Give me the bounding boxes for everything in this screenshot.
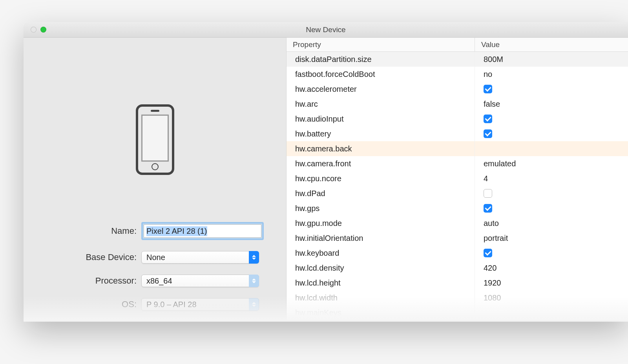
value-cell[interactable] [475,305,628,320]
property-cell: hw.cpu.ncore [287,171,475,186]
value-cell[interactable] [475,141,628,156]
device-preview [136,104,174,175]
name-label: Name: [39,226,141,236]
table-row[interactable]: hw.arcfalse [287,96,628,111]
property-cell: hw.camera.back [287,141,475,156]
property-cell: hw.gps [287,201,475,216]
property-cell: hw.lcd.density [287,260,475,275]
value-cell[interactable]: auto [475,216,628,231]
header-value[interactable]: Value [475,38,628,51]
base-device-label: Base Device: [39,252,141,262]
value-cell[interactable] [475,126,628,141]
table-row[interactable]: hw.lcd.height1920 [287,275,628,290]
titlebar: New Device [24,22,628,38]
property-cell: hw.initialOrientation [287,231,475,246]
table-row[interactable]: hw.cpu.ncore4 [287,171,628,186]
property-cell: hw.lcd.height [287,275,475,290]
table-row[interactable]: hw.mainKeys [287,305,628,320]
value-cell[interactable]: portrait [475,231,628,246]
property-cell: disk.dataPartition.size [287,52,475,67]
property-cell: fastboot.forceColdBoot [287,67,475,82]
value-cell[interactable] [475,186,628,201]
value-cell[interactable]: 1080 [475,290,628,305]
window: New Device Name: Pixel 2 API 28 (1) [24,22,628,320]
content: Name: Pixel 2 API 28 (1) Base Device: No… [24,38,628,320]
name-input[interactable]: Pixel 2 API 28 (1) [144,224,261,238]
os-value: P 9.0 – API 28 [146,300,197,309]
value-cell[interactable]: 420 [475,260,628,275]
os-row: OS: P 9.0 – API 28 [39,298,270,311]
table-row[interactable]: hw.dPad [287,186,628,201]
value-cell[interactable] [475,201,628,216]
property-cell: hw.accelerometer [287,82,475,96]
right-panel: Property Value disk.dataPartition.size80… [287,38,628,320]
name-row: Name: Pixel 2 API 28 (1) [39,222,270,240]
table-row[interactable]: hw.lcd.density420 [287,260,628,275]
value-cell[interactable]: 800M [475,52,628,67]
property-cell: hw.dPad [287,186,475,201]
checkbox[interactable] [484,115,492,123]
table-row[interactable]: hw.lcd.width1080 [287,290,628,305]
header-property[interactable]: Property [287,38,475,51]
checkbox[interactable] [484,204,492,213]
base-device-select[interactable]: None [141,251,259,264]
left-panel: Name: Pixel 2 API 28 (1) Base Device: No… [24,38,287,320]
table-row[interactable]: hw.accelerometer [287,82,628,96]
property-cell: hw.keyboard [287,246,475,260]
checkbox[interactable] [484,129,492,138]
table-body[interactable]: disk.dataPartition.size800Mfastboot.forc… [287,52,628,320]
chevron-updown-icon [249,251,259,264]
table-row[interactable]: hw.battery [287,126,628,141]
base-device-value: None [146,253,165,262]
value-cell[interactable]: emulated [475,156,628,171]
processor-select[interactable]: x86_64 [141,275,259,287]
checkbox[interactable] [484,85,492,93]
value-cell[interactable]: no [475,67,628,82]
processor-label: Processor: [39,276,141,286]
table-row[interactable]: disk.dataPartition.size800M [287,52,628,67]
table-row[interactable]: hw.camera.back [287,141,628,156]
property-cell: hw.audioInput [287,111,475,126]
value-cell[interactable]: 4 [475,171,628,186]
base-device-row: Base Device: None [39,251,270,264]
value-cell[interactable] [475,82,628,96]
property-cell: hw.camera.front [287,156,475,171]
window-title: New Device [24,25,628,34]
checkbox[interactable] [484,189,492,198]
chevron-updown-icon [249,275,259,287]
property-cell: hw.mainKeys [287,305,475,320]
value-cell[interactable]: 1920 [475,275,628,290]
processor-value: x86_64 [146,277,172,286]
property-cell: hw.battery [287,126,475,141]
os-label: OS: [39,299,141,309]
value-cell[interactable] [475,246,628,260]
phone-icon [136,104,174,175]
chevron-updown-icon [249,298,259,311]
table-row[interactable]: hw.initialOrientationportrait [287,231,628,246]
device-form: Name: Pixel 2 API 28 (1) Base Device: No… [24,222,286,320]
processor-row: Processor: x86_64 [39,275,270,287]
checkbox[interactable] [484,249,492,257]
table-row[interactable]: fastboot.forceColdBootno [287,67,628,82]
os-select[interactable]: P 9.0 – API 28 [141,298,259,311]
table-header: Property Value [287,38,628,52]
name-input-value: Pixel 2 API 28 (1) [146,226,207,236]
name-input-focus-ring: Pixel 2 API 28 (1) [141,222,264,240]
value-cell[interactable]: false [475,96,628,111]
table-row[interactable]: hw.keyboard [287,246,628,260]
table-row[interactable]: hw.audioInput [287,111,628,126]
property-cell: hw.lcd.width [287,290,475,305]
table-row[interactable]: hw.camera.frontemulated [287,156,628,171]
table-row[interactable]: hw.gpu.modeauto [287,216,628,231]
property-cell: hw.gpu.mode [287,216,475,231]
value-cell[interactable] [475,111,628,126]
table-row[interactable]: hw.gps [287,201,628,216]
property-cell: hw.arc [287,96,475,111]
